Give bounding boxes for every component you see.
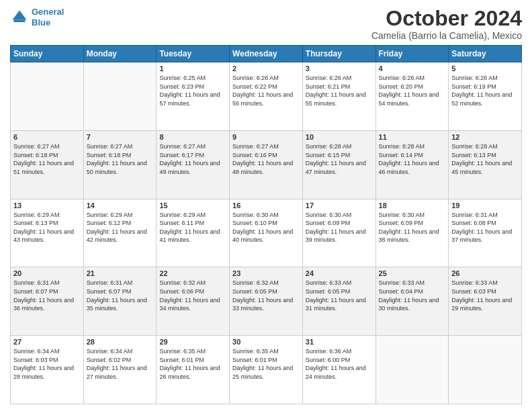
calendar-cell — [83, 62, 157, 131]
svg-marker-0 — [13, 10, 27, 19]
calendar-cell: 2Sunrise: 6:26 AMSunset: 6:22 PMDaylight… — [230, 62, 303, 131]
day-info: Sunrise: 6:26 AMSunset: 6:21 PMDaylight:… — [306, 74, 373, 107]
calendar-cell: 3Sunrise: 6:26 AMSunset: 6:21 PMDaylight… — [302, 62, 375, 131]
day-number: 27 — [13, 338, 81, 346]
day-info: Sunrise: 6:25 AMSunset: 6:23 PMDaylight:… — [159, 74, 226, 107]
day-info: Sunrise: 6:28 AMSunset: 6:15 PMDaylight:… — [306, 142, 373, 176]
logo-text: General Blue — [32, 7, 64, 28]
calendar-cell: 25Sunrise: 6:33 AMSunset: 6:04 PMDayligh… — [375, 267, 449, 336]
calendar-cell: 4Sunrise: 6:26 AMSunset: 6:20 PMDaylight… — [375, 62, 449, 131]
day-info: Sunrise: 6:30 AMSunset: 6:10 PMDaylight:… — [232, 211, 300, 244]
day-header-wednesday: Wednesday — [230, 46, 303, 62]
calendar-cell: 14Sunrise: 6:29 AMSunset: 6:12 PMDayligh… — [83, 199, 157, 267]
day-number: 13 — [13, 201, 81, 210]
day-number: 7 — [87, 133, 154, 141]
calendar-cell: 24Sunrise: 6:33 AMSunset: 6:05 PMDayligh… — [302, 267, 375, 336]
day-info: Sunrise: 6:27 AMSunset: 6:18 PMDaylight:… — [87, 142, 154, 176]
calendar-cell: 29Sunrise: 6:35 AMSunset: 6:01 PMDayligh… — [157, 336, 230, 404]
day-number: 29 — [159, 338, 226, 346]
day-header-friday: Friday — [375, 46, 449, 62]
day-number: 16 — [232, 201, 300, 210]
day-info: Sunrise: 6:35 AMSunset: 6:01 PMDaylight:… — [159, 347, 226, 381]
day-info: Sunrise: 6:27 AMSunset: 6:17 PMDaylight:… — [159, 142, 226, 176]
day-info: Sunrise: 6:27 AMSunset: 6:18 PMDaylight:… — [13, 142, 81, 176]
calendar-cell: 21Sunrise: 6:31 AMSunset: 6:07 PMDayligh… — [83, 267, 157, 336]
calendar-cell — [375, 336, 449, 404]
day-number: 22 — [159, 269, 226, 277]
calendar-header-row: SundayMondayTuesdayWednesdayThursdayFrid… — [11, 46, 522, 62]
logo-line2: Blue — [32, 17, 50, 28]
calendar-cell: 10Sunrise: 6:28 AMSunset: 6:15 PMDayligh… — [302, 130, 375, 199]
day-number: 23 — [232, 269, 300, 277]
day-number: 12 — [451, 133, 519, 141]
calendar-cell — [449, 336, 522, 404]
day-number: 4 — [379, 64, 446, 73]
day-header-sunday: Sunday — [11, 46, 84, 62]
day-info: Sunrise: 6:31 AMSunset: 6:08 PMDaylight:… — [451, 211, 519, 244]
day-info: Sunrise: 6:30 AMSunset: 6:09 PMDaylight:… — [379, 211, 446, 244]
day-number: 28 — [87, 338, 154, 346]
day-info: Sunrise: 6:33 AMSunset: 6:03 PMDaylight:… — [451, 279, 519, 312]
day-number: 20 — [13, 269, 81, 277]
calendar-cell: 30Sunrise: 6:35 AMSunset: 6:01 PMDayligh… — [230, 336, 303, 404]
calendar-cell: 31Sunrise: 6:36 AMSunset: 6:00 PMDayligh… — [302, 336, 375, 404]
day-info: Sunrise: 6:31 AMSunset: 6:07 PMDaylight:… — [87, 279, 154, 312]
day-info: Sunrise: 6:26 AMSunset: 6:20 PMDaylight:… — [379, 74, 446, 107]
day-info: Sunrise: 6:36 AMSunset: 6:00 PMDaylight:… — [306, 347, 373, 381]
calendar-cell: 22Sunrise: 6:32 AMSunset: 6:06 PMDayligh… — [157, 267, 230, 336]
calendar-cell: 8Sunrise: 6:27 AMSunset: 6:17 PMDaylight… — [157, 130, 230, 199]
calendar-cell: 17Sunrise: 6:30 AMSunset: 6:09 PMDayligh… — [302, 199, 375, 267]
day-number: 19 — [451, 201, 519, 210]
calendar-cell: 20Sunrise: 6:31 AMSunset: 6:07 PMDayligh… — [11, 267, 84, 336]
calendar-cell: 28Sunrise: 6:34 AMSunset: 6:02 PMDayligh… — [83, 336, 157, 404]
day-info: Sunrise: 6:33 AMSunset: 6:05 PMDaylight:… — [306, 279, 373, 312]
calendar-table: SundayMondayTuesdayWednesdayThursdayFrid… — [10, 45, 522, 404]
calendar-cell: 23Sunrise: 6:32 AMSunset: 6:05 PMDayligh… — [230, 267, 303, 336]
svg-rect-1 — [14, 19, 26, 22]
month-title: October 2024 — [371, 7, 522, 30]
day-info: Sunrise: 6:28 AMSunset: 6:13 PMDaylight:… — [451, 142, 519, 176]
day-info: Sunrise: 6:29 AMSunset: 6:12 PMDaylight:… — [87, 211, 154, 244]
day-header-monday: Monday — [83, 46, 157, 62]
day-info: Sunrise: 6:28 AMSunset: 6:14 PMDaylight:… — [379, 142, 446, 176]
calendar-week-row: 27Sunrise: 6:34 AMSunset: 6:03 PMDayligh… — [11, 336, 522, 404]
day-info: Sunrise: 6:35 AMSunset: 6:01 PMDaylight:… — [232, 347, 300, 381]
logo-icon — [10, 8, 29, 27]
day-info: Sunrise: 6:32 AMSunset: 6:06 PMDaylight:… — [159, 279, 226, 312]
calendar-week-row: 6Sunrise: 6:27 AMSunset: 6:18 PMDaylight… — [11, 130, 522, 199]
calendar-week-row: 1Sunrise: 6:25 AMSunset: 6:23 PMDaylight… — [11, 62, 522, 131]
day-number: 31 — [306, 338, 373, 346]
calendar-cell: 27Sunrise: 6:34 AMSunset: 6:03 PMDayligh… — [11, 336, 84, 404]
day-info: Sunrise: 6:34 AMSunset: 6:03 PMDaylight:… — [13, 347, 81, 381]
day-number: 24 — [306, 269, 373, 277]
calendar-week-row: 13Sunrise: 6:29 AMSunset: 6:13 PMDayligh… — [11, 199, 522, 267]
day-info: Sunrise: 6:29 AMSunset: 6:11 PMDaylight:… — [159, 211, 226, 244]
day-number: 14 — [87, 201, 154, 210]
calendar-cell: 6Sunrise: 6:27 AMSunset: 6:18 PMDaylight… — [11, 130, 84, 199]
calendar-cell: 26Sunrise: 6:33 AMSunset: 6:03 PMDayligh… — [449, 267, 522, 336]
day-number: 11 — [379, 133, 446, 141]
day-number: 5 — [451, 64, 519, 73]
day-number: 21 — [87, 269, 154, 277]
day-number: 15 — [159, 201, 226, 210]
day-info: Sunrise: 6:32 AMSunset: 6:05 PMDaylight:… — [232, 279, 300, 312]
calendar-cell: 12Sunrise: 6:28 AMSunset: 6:13 PMDayligh… — [449, 130, 522, 199]
day-header-saturday: Saturday — [449, 46, 522, 62]
calendar-cell: 16Sunrise: 6:30 AMSunset: 6:10 PMDayligh… — [230, 199, 303, 267]
day-number: 6 — [13, 133, 81, 141]
day-number: 9 — [232, 133, 300, 141]
day-number: 3 — [306, 64, 373, 73]
day-number: 30 — [232, 338, 300, 346]
calendar-cell: 13Sunrise: 6:29 AMSunset: 6:13 PMDayligh… — [11, 199, 84, 267]
page: General Blue October 2024 Camelia (Barri… — [0, 0, 532, 411]
calendar-cell: 7Sunrise: 6:27 AMSunset: 6:18 PMDaylight… — [83, 130, 157, 199]
day-number: 1 — [159, 64, 226, 73]
calendar-cell: 1Sunrise: 6:25 AMSunset: 6:23 PMDaylight… — [157, 62, 230, 131]
day-info: Sunrise: 6:34 AMSunset: 6:02 PMDaylight:… — [87, 347, 154, 381]
day-header-tuesday: Tuesday — [157, 46, 230, 62]
day-number: 26 — [451, 269, 519, 277]
title-block: October 2024 Camelia (Barrio la Camelia)… — [371, 7, 522, 41]
day-number: 2 — [232, 64, 300, 73]
calendar-cell: 9Sunrise: 6:27 AMSunset: 6:16 PMDaylight… — [230, 130, 303, 199]
calendar-cell: 5Sunrise: 6:26 AMSunset: 6:19 PMDaylight… — [449, 62, 522, 131]
